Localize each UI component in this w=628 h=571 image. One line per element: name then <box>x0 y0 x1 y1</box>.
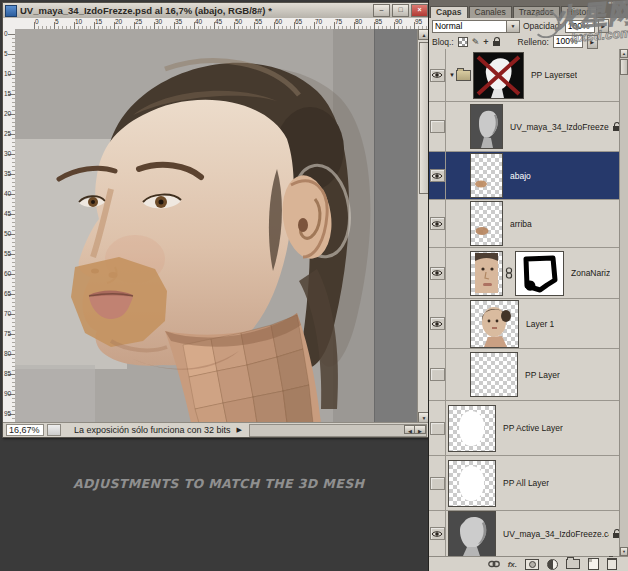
link-layers-icon[interactable] <box>488 560 500 568</box>
visibility-cell[interactable] <box>429 102 446 151</box>
group-expander-icon[interactable]: ▼ <box>449 72 455 78</box>
layer-row-uv-maya-34-izdofreeze-c4d[interactable]: UV_maya_34_IzdoFreeze.c4d... <box>429 102 620 152</box>
layer-thumbnail-white-blob[interactable] <box>448 460 496 507</box>
layer-thumbnail-head-crossed[interactable] <box>473 52 524 99</box>
eye-icon[interactable] <box>430 317 445 330</box>
layer-thumbnail-smudge-low[interactable] <box>470 153 503 198</box>
photoshop-workspace: UV_maya_34_IzdoFrezze.psd al 16,7% (abaj… <box>0 0 628 571</box>
ruler-tick-label: 20 <box>4 110 11 117</box>
layer-row-pp-all-layer[interactable]: PP All Layer <box>429 456 620 511</box>
layers-scroll-up-icon[interactable]: ▲ <box>620 49 628 58</box>
delete-layer-icon[interactable] <box>607 558 617 570</box>
layer-thumbnail-transparent[interactable] <box>470 352 518 397</box>
zoom-level-field[interactable]: 16,67% <box>6 424 44 436</box>
layers-scrollbar[interactable]: ▲ ▼ <box>619 49 628 556</box>
layer-thumbnail-face-crop[interactable] <box>470 251 503 296</box>
visibility-cell[interactable] <box>429 248 446 298</box>
visibility-cell[interactable] <box>429 456 446 510</box>
folder-icon <box>456 70 471 81</box>
chevron-down-icon[interactable]: ▼ <box>506 21 519 32</box>
eye-icon[interactable] <box>430 217 445 230</box>
layer-row-layer-1[interactable]: Layer 1 <box>429 299 620 349</box>
fill-spinner-icon[interactable]: ▶ <box>587 35 598 49</box>
blend-mode-select[interactable]: Normal ▼ <box>432 20 520 33</box>
layer-name[interactable]: PP Layerset <box>531 70 577 80</box>
layer-name[interactable]: UV_maya_34_IzdoFreeze.c4d... <box>510 122 609 132</box>
mask-link-icon[interactable] <box>505 267 513 279</box>
visibility-cell[interactable] <box>429 349 446 400</box>
lock-all-icon[interactable] <box>493 37 500 46</box>
ruler-tick-label: 50 <box>4 230 11 237</box>
pasteboard <box>374 29 418 423</box>
layer-row-arriba[interactable]: arriba <box>429 200 620 248</box>
layer-thumbnail-head-3d-large[interactable] <box>448 511 496 557</box>
panel-header: «« × <box>429 0 628 5</box>
layer-name[interactable]: UV_maya_34_IzdoFreeze.c4d | 0 | Par... <box>503 529 609 539</box>
close-panel-icon[interactable]: × <box>622 0 626 5</box>
layer-thumbnail-face-photo[interactable] <box>470 300 519 348</box>
layer-name[interactable]: PP Active Layer <box>503 423 563 433</box>
layer-row-abajo[interactable]: abajo <box>429 152 620 200</box>
eye-icon[interactable] <box>430 69 445 82</box>
layers-scroll-down-icon[interactable]: ▼ <box>620 547 628 556</box>
layer-mask-thumbnail[interactable] <box>515 251 564 296</box>
tab-canales[interactable]: Canales <box>469 6 512 18</box>
layer-name[interactable]: PP All Layer <box>503 478 549 488</box>
lock-transparency-icon[interactable] <box>458 37 468 47</box>
visibility-cell[interactable] <box>429 200 446 247</box>
new-group-icon[interactable] <box>566 559 580 569</box>
status-menu-arrow-icon[interactable]: ▶ <box>237 426 242 434</box>
opacity-value[interactable]: 100% <box>565 20 595 33</box>
visibility-cell[interactable] <box>429 152 446 199</box>
layer-thumbnail-white-blob[interactable] <box>448 405 496 452</box>
tab-capas[interactable]: Capas <box>430 6 468 18</box>
visibility-cell[interactable] <box>429 511 446 556</box>
layer-row-zonanariz[interactable]: ZonaNariz <box>429 248 620 299</box>
restore-button[interactable]: □ <box>392 4 409 17</box>
layer-thumbnail-head-3d[interactable] <box>470 104 503 149</box>
scroll-right-icon[interactable]: ▶ <box>414 425 426 434</box>
layer-name[interactable]: arriba <box>510 219 532 229</box>
fill-value[interactable]: 100% <box>553 35 583 48</box>
eye-hidden-toggle[interactable] <box>430 422 445 435</box>
tab-histori[interactable]: Histori <box>561 6 597 18</box>
layers-scroll-thumb[interactable] <box>620 59 628 75</box>
new-adjustment-layer-icon[interactable] <box>547 559 558 570</box>
opacity-spinner-icon[interactable]: ▶ <box>598 19 609 33</box>
ruler-tick-label: 60 <box>275 18 282 25</box>
collapse-panel-icon[interactable]: «« <box>608 0 615 5</box>
eye-icon[interactable] <box>430 527 445 540</box>
eye-hidden-toggle[interactable] <box>430 368 445 381</box>
layer-name[interactable]: PP Layer <box>525 370 560 380</box>
layer-name[interactable]: ZonaNariz <box>571 268 610 278</box>
minimize-button[interactable]: – <box>373 4 390 17</box>
visibility-cell[interactable] <box>429 299 446 348</box>
layer-name[interactable]: Layer 1 <box>526 319 554 329</box>
close-button[interactable]: × <box>411 4 428 17</box>
layer-row-pp-active-layer[interactable]: PP Active Layer <box>429 401 620 456</box>
eye-icon[interactable] <box>430 267 445 280</box>
ruler-tick-label: 90 <box>395 18 402 25</box>
layer-name[interactable]: abajo <box>510 171 531 181</box>
eye-hidden-toggle[interactable] <box>430 477 445 490</box>
canvas-image[interactable] <box>15 29 374 423</box>
new-layer-icon[interactable] <box>588 558 599 570</box>
document-titlebar[interactable]: UV_maya_34_IzdoFrezze.psd al 16,7% (abaj… <box>3 3 430 19</box>
tab-trazados[interactable]: Trazados <box>513 6 560 18</box>
visibility-cell[interactable] <box>429 49 446 101</box>
eye-icon[interactable] <box>430 169 445 182</box>
horizontal-scrollbar[interactable]: ◀ ▶ <box>249 424 427 437</box>
add-layer-mask-icon[interactable] <box>525 559 539 570</box>
lock-position-icon[interactable]: + <box>483 37 488 47</box>
layer-row-uv-maya-34-izdofreeze-c4d-0-par[interactable]: UV_maya_34_IzdoFreeze.c4d | 0 | Par... <box>429 511 620 556</box>
layer-row-pp-layerset[interactable]: ▼PP Layerset <box>429 49 620 102</box>
layer-thumbnail-smudge-mid[interactable] <box>470 201 503 246</box>
ruler-tick-label: 55 <box>4 250 11 257</box>
visibility-cell[interactable] <box>429 401 446 455</box>
lock-pixels-icon[interactable]: ✎ <box>472 37 480 47</box>
eye-hidden-toggle[interactable] <box>430 120 445 133</box>
ruler-tick-label: 85 <box>4 370 11 377</box>
layer-style-icon[interactable]: fx. <box>508 560 517 569</box>
layer-row-pp-layer[interactable]: PP Layer <box>429 349 620 401</box>
status-info-icon[interactable] <box>47 424 61 436</box>
